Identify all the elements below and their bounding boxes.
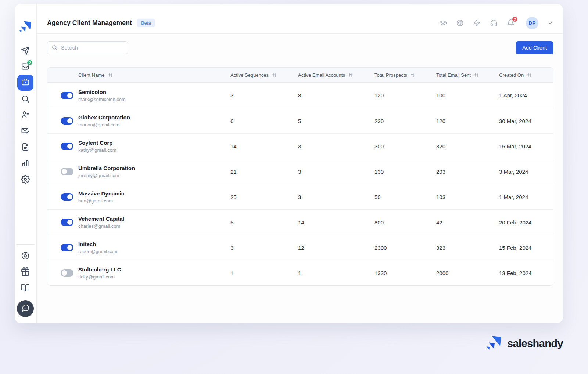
gear-icon xyxy=(21,175,30,184)
beta-badge: Beta xyxy=(137,19,155,27)
sidebar-item-whats-new[interactable] xyxy=(21,251,30,260)
created-on-value: 13 Feb, 2024 xyxy=(499,270,553,276)
flame-icon xyxy=(21,251,30,260)
client-email: marion@gmail.com xyxy=(78,122,230,127)
column-header-active-sequences[interactable]: Active Sequences xyxy=(230,72,298,78)
column-header-total-prospects[interactable]: Total Prospects xyxy=(374,72,436,78)
table-row[interactable]: Globex Corporation marion@gmail.com 6 5 … xyxy=(47,108,553,133)
created-on-value: 3 Mar, 2024 xyxy=(499,169,553,175)
main-content: Add Client Client Name Active Sequences … xyxy=(37,34,563,323)
column-header-client-name[interactable]: Client Name xyxy=(78,72,230,78)
sort-icon xyxy=(272,73,277,78)
client-toggle[interactable] xyxy=(61,143,74,150)
client-email: charles@gmail.com xyxy=(78,223,230,229)
active-email-accounts-value: 3 xyxy=(298,194,374,200)
column-header-active-email-accounts[interactable]: Active Email Accounts xyxy=(298,72,374,78)
active-sequences-value: 3 xyxy=(230,92,298,98)
search-box xyxy=(47,41,128,54)
column-header-total-email-sent[interactable]: Total Email Sent xyxy=(436,72,499,78)
client-toggle[interactable] xyxy=(61,117,74,125)
total-email-sent-value: 103 xyxy=(436,194,499,200)
sidebar-item-outreach[interactable] xyxy=(21,46,30,55)
sidebar-item-templates[interactable] xyxy=(21,143,30,151)
column-label: Client Name xyxy=(78,72,105,78)
table-row[interactable]: Vehement Capital charles@gmail.com 5 14 … xyxy=(47,209,553,235)
sidebar-item-search[interactable] xyxy=(21,94,30,103)
book-open-icon xyxy=(21,283,30,292)
table-row[interactable]: Massive Dynamic ben@gmail.com 25 3 50 10… xyxy=(47,184,553,209)
support-button[interactable] xyxy=(490,19,498,27)
client-email: ricky@gmail.com xyxy=(78,274,230,280)
chrome-icon xyxy=(456,19,464,27)
search-icon xyxy=(21,94,30,103)
chevron-down-icon[interactable] xyxy=(548,21,553,26)
sidebar-divider xyxy=(16,244,35,245)
client-toggle[interactable] xyxy=(61,168,74,175)
toggle-cell xyxy=(47,168,78,175)
app-window: 2 xyxy=(15,4,563,323)
brand-logo-icon xyxy=(19,20,33,34)
sort-icon xyxy=(348,73,353,78)
table-row[interactable]: Stoltenberg LLC ricky@gmail.com 1 1 1330… xyxy=(47,260,553,285)
extension-button[interactable] xyxy=(456,19,464,27)
client-email: ben@gmail.com xyxy=(78,198,230,204)
sidebar-item-reports[interactable] xyxy=(21,159,30,168)
sidebar-item-settings[interactable] xyxy=(21,175,30,184)
toggle-knob xyxy=(62,270,67,276)
sidebar-item-rewards[interactable] xyxy=(21,267,30,276)
client-email: kathy@gmail.com xyxy=(78,147,230,153)
toggle-cell xyxy=(47,244,78,251)
toggle-cell xyxy=(47,193,78,201)
search-input[interactable] xyxy=(47,41,128,54)
created-on-value: 1 Mar, 2024 xyxy=(499,194,553,200)
toolbar: Add Client xyxy=(47,41,553,54)
footer-brand: saleshandy xyxy=(486,334,563,353)
sidebar-item-docs[interactable] xyxy=(21,283,30,292)
total-prospects-value: 120 xyxy=(374,92,436,98)
sidebar-item-clients[interactable] xyxy=(17,75,33,91)
total-email-sent-value: 320 xyxy=(436,143,499,150)
email-check-icon xyxy=(21,126,30,135)
client-name-cell: Umbrella Corporation jeremy@gmail.com xyxy=(78,165,230,178)
client-toggle[interactable] xyxy=(61,269,74,277)
active-email-accounts-value: 5 xyxy=(298,118,374,124)
sidebar-item-leads[interactable] xyxy=(21,110,30,119)
client-name: Initech xyxy=(78,241,230,247)
notifications-button[interactable]: 2 xyxy=(507,19,514,27)
client-toggle[interactable] xyxy=(61,193,74,201)
table-body: Semicolon mark@semicolon.com 3 8 120 100… xyxy=(47,83,553,285)
table-row[interactable]: Initech robert@gmail.com 3 12 2300 323 1… xyxy=(47,235,553,260)
created-on-value: 20 Feb, 2024 xyxy=(499,219,553,226)
table-row[interactable]: Soylent Corp kathy@gmail.com 14 3 300 32… xyxy=(47,133,553,159)
chat-bubble-icon xyxy=(21,304,30,314)
sort-icon xyxy=(410,73,415,78)
toggle-knob xyxy=(67,220,72,225)
client-toggle[interactable] xyxy=(61,92,74,99)
active-sequences-value: 3 xyxy=(230,245,298,251)
client-toggle[interactable] xyxy=(61,244,74,251)
send-icon xyxy=(21,46,30,55)
user-list-icon xyxy=(21,110,30,119)
table-row[interactable]: Semicolon mark@semicolon.com 3 8 120 100… xyxy=(47,83,553,108)
active-sequences-value: 21 xyxy=(230,169,298,175)
sidebar-item-email-verification[interactable] xyxy=(21,126,30,135)
sidebar-item-inbox[interactable]: 2 xyxy=(21,62,30,71)
client-name: Stoltenberg LLC xyxy=(78,266,230,273)
add-client-button[interactable]: Add Client xyxy=(516,41,553,54)
active-sequences-value: 25 xyxy=(230,194,298,200)
avatar[interactable]: DP xyxy=(526,17,538,29)
chat-support-button[interactable] xyxy=(17,300,34,317)
upgrade-button[interactable] xyxy=(473,19,481,27)
headphones-icon xyxy=(490,19,498,27)
client-name: Semicolon xyxy=(78,89,230,95)
total-prospects-value: 50 xyxy=(374,194,436,200)
total-prospects-value: 130 xyxy=(374,169,436,175)
client-name: Vehement Capital xyxy=(78,216,230,222)
table-row[interactable]: Umbrella Corporation jeremy@gmail.com 21… xyxy=(47,159,553,184)
toggle-cell xyxy=(47,143,78,150)
academy-button[interactable] xyxy=(439,19,447,27)
client-name: Massive Dynamic xyxy=(78,190,230,197)
active-sequences-value: 1 xyxy=(230,270,298,276)
column-header-created-on[interactable]: Created On xyxy=(499,72,553,78)
client-toggle[interactable] xyxy=(61,219,74,226)
